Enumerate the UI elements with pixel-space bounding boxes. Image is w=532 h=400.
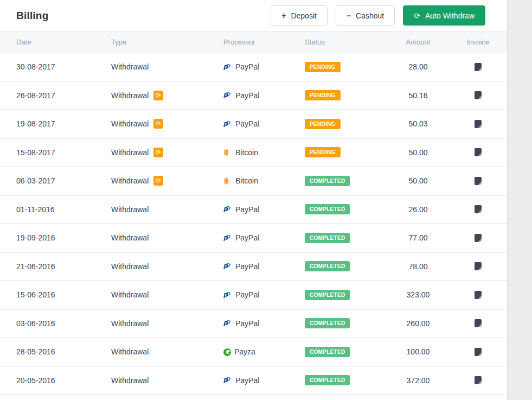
deposit-button-label: Deposit xyxy=(291,11,316,20)
amount-value: 50.03 xyxy=(408,119,427,128)
invoice-icon[interactable] xyxy=(475,120,482,128)
amount-value: 28.00 xyxy=(408,62,427,71)
paypal-icon xyxy=(223,290,232,300)
date-cell: 06-03-2017 xyxy=(0,176,95,185)
table-row: 26-08-2017 Withdrawal ⟳ PayPal PENDING 5… xyxy=(0,82,507,111)
status-cell: COMPLETED xyxy=(299,318,381,328)
processor-name: PayPal xyxy=(235,376,259,385)
invoice-icon[interactable] xyxy=(475,63,482,71)
invoice-icon[interactable] xyxy=(475,348,482,356)
bitcoin-icon xyxy=(223,148,232,157)
invoice-icon[interactable] xyxy=(475,262,482,270)
amount-cell: 260.00 xyxy=(381,319,456,328)
amount-value: 50.16 xyxy=(408,91,427,100)
table-header-row: Date Type Processor Status Amount Invoic… xyxy=(0,31,507,53)
date-value: 01-11-2016 xyxy=(16,205,55,214)
type-value: Withdrawal xyxy=(111,205,149,214)
processor-cell: PayPal xyxy=(207,376,299,385)
status-cell: COMPLETED xyxy=(299,204,381,214)
date-cell: 15-06-2016 xyxy=(0,290,95,299)
invoice-cell xyxy=(456,63,507,71)
table-row: 15-08-2017 Withdrawal ⟳ Bitcoin PENDING … xyxy=(0,139,507,168)
table-row: 30-08-2017 Withdrawal PayPal PENDING 28.… xyxy=(0,53,507,82)
amount-cell: 77.00 xyxy=(381,233,456,242)
invoice-icon[interactable] xyxy=(475,234,482,242)
paypal-icon xyxy=(223,91,232,100)
date-cell: 30-08-2017 xyxy=(0,62,95,71)
amount-cell: 50.16 xyxy=(381,91,456,100)
table-row: 15-06-2016 Withdrawal PayPal COMPLETED 3… xyxy=(0,281,507,310)
status-cell: PENDING xyxy=(299,119,381,129)
processor-name: PayPal xyxy=(235,62,259,71)
date-cell: 26-08-2017 xyxy=(0,91,95,100)
amount-value: 78.00 xyxy=(408,262,427,271)
table-row: 06-03-2017 Withdrawal ⟳ Bitcoin COMPLETE… xyxy=(0,167,507,196)
table-body: 30-08-2017 Withdrawal PayPal PENDING 28.… xyxy=(0,53,507,395)
type-cell: Withdrawal ⟳ xyxy=(95,119,207,129)
invoice-icon[interactable] xyxy=(475,205,482,213)
date-value: 15-08-2017 xyxy=(16,148,55,157)
invoice-icon[interactable] xyxy=(475,91,482,99)
invoice-cell xyxy=(456,120,507,128)
column-header-date: Date xyxy=(0,38,95,46)
invoice-icon[interactable] xyxy=(475,319,482,327)
processor-cell: PayPal xyxy=(207,205,299,214)
invoice-icon[interactable] xyxy=(475,148,482,156)
amount-cell: 372.00 xyxy=(381,376,456,385)
invoice-cell xyxy=(456,91,507,99)
status-cell: PENDING xyxy=(299,90,381,100)
date-value: 26-08-2017 xyxy=(16,91,55,100)
deposit-button[interactable]: + Deposit xyxy=(271,5,328,26)
page-title: Billing xyxy=(16,10,48,22)
amount-cell: 26.00 xyxy=(381,205,456,214)
paypal-icon xyxy=(223,119,232,129)
amount-value: 372.00 xyxy=(407,376,430,385)
type-value: Withdrawal xyxy=(111,347,149,356)
date-value: 06-03-2017 xyxy=(16,176,55,185)
column-header-amount: Amount xyxy=(381,38,456,46)
processor-cell: Bitcoin xyxy=(207,148,299,157)
amount-value: 50.00 xyxy=(408,176,427,185)
invoice-icon[interactable] xyxy=(475,291,482,299)
cashout-button[interactable]: − Cashout xyxy=(336,5,395,26)
amount-value: 323.00 xyxy=(407,290,430,299)
status-badge: COMPLETED xyxy=(305,347,350,357)
date-value: 19-08-2017 xyxy=(16,119,55,128)
processor-name: PayPal xyxy=(235,262,259,271)
column-header-type: Type xyxy=(95,38,207,46)
minus-icon: − xyxy=(347,12,351,20)
date-cell: 19-09-2016 xyxy=(0,233,95,242)
date-value: 30-08-2017 xyxy=(16,62,55,71)
processor-cell: PayPal xyxy=(207,233,299,243)
date-value: 03-06-2016 xyxy=(16,319,55,328)
date-cell: 15-08-2017 xyxy=(0,148,95,157)
invoice-icon[interactable] xyxy=(475,177,482,185)
column-header-processor: Processor xyxy=(207,38,299,46)
auto-refresh-icon: ⟳ xyxy=(153,148,163,157)
date-value: 15-06-2016 xyxy=(16,290,55,299)
date-value: 28-05-2016 xyxy=(16,347,55,356)
amount-value: 100.00 xyxy=(407,347,430,356)
status-badge: COMPLETED xyxy=(305,204,350,214)
billing-page: Billing + Deposit − Cashout ⟳ Auto Withd… xyxy=(0,0,532,400)
type-cell: Withdrawal xyxy=(95,376,207,385)
invoice-icon[interactable] xyxy=(475,376,482,384)
amount-value: 77.00 xyxy=(408,233,427,242)
auto-refresh-icon: ⟳ xyxy=(153,91,163,100)
auto-withdraw-button[interactable]: ⟳ Auto Withdraw xyxy=(403,5,485,26)
processor-cell: PayPal xyxy=(207,262,299,271)
auto-refresh-icon: ⟳ xyxy=(153,119,163,129)
processor-name: Payza xyxy=(234,347,255,356)
paypal-icon xyxy=(223,376,232,385)
status-badge: COMPLETED xyxy=(305,176,350,186)
processor-cell: PayPal xyxy=(207,62,299,72)
processor-name: PayPal xyxy=(235,319,259,328)
table-row: 19-08-2017 Withdrawal ⟳ PayPal PENDING 5… xyxy=(0,110,507,139)
status-badge: PENDING xyxy=(305,62,341,72)
date-cell: 20-05-2016 xyxy=(0,376,95,385)
invoice-cell xyxy=(456,291,507,299)
table-row: 19-09-2016 Withdrawal PayPal COMPLETED 7… xyxy=(0,224,507,253)
date-value: 19-09-2016 xyxy=(16,233,55,242)
table-row: 01-11-2016 Withdrawal PayPal COMPLETED 2… xyxy=(0,196,507,225)
type-cell: Withdrawal ⟳ xyxy=(95,148,207,157)
